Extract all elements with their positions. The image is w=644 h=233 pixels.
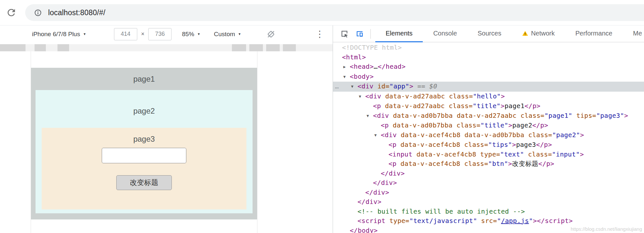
code-line[interactable]: ▼<div data-v-acef4cb8 data-v-ad0b7bba cl… xyxy=(333,130,644,140)
code-token-attr: data-v-ad0b7bba xyxy=(461,131,524,139)
tab-console[interactable]: Console xyxy=(423,25,467,42)
code-line[interactable]: <p data-v-acef4cb8 class="tips">page3</p… xyxy=(333,140,644,150)
code-line[interactable]: </div> xyxy=(333,169,644,178)
code-line[interactable]: <input data-v-acef4cb8 type="text" class… xyxy=(333,150,644,159)
code-line[interactable]: </body> xyxy=(333,226,644,233)
collapse-arrow-icon[interactable]: ▼ xyxy=(351,82,358,92)
code-token-val: "page1" xyxy=(545,112,572,119)
code-token-attr: data-v-ad0b7bba xyxy=(389,121,452,129)
tab-label: Console xyxy=(433,30,457,37)
device-height-input[interactable] xyxy=(148,28,171,40)
code-token-attr: data-v-ad27aabc xyxy=(453,112,516,119)
device-type-select[interactable]: iPhone 6/7/8 Plus ▼ xyxy=(32,31,86,38)
code-token-tag: <div xyxy=(358,82,373,90)
code-token-val: " xyxy=(497,217,501,225)
reload-icon[interactable] xyxy=(6,7,17,18)
code-token-tag: <p xyxy=(389,160,397,167)
dropdown-caret-icon: ▼ xyxy=(238,32,241,36)
code-line[interactable]: ▼<div data-v-ad27aabc class="hello"> xyxy=(333,92,644,102)
code-token-tag: </p> xyxy=(538,160,554,167)
inspect-icon[interactable] xyxy=(340,29,349,38)
code-line[interactable]: </div> xyxy=(333,188,644,198)
device-width-input[interactable] xyxy=(114,28,137,40)
tab-sources[interactable]: Sources xyxy=(467,25,512,42)
code-line[interactable]: <!DOCTYPE html> xyxy=(333,43,644,53)
tab-memory[interactable]: Me xyxy=(623,25,644,42)
code-line[interactable]: ▶<head>…</head> xyxy=(333,62,644,72)
page2-container: page2 page3 改变标题 xyxy=(36,90,253,213)
collapse-arrow-icon[interactable]: ▼ xyxy=(367,111,373,121)
code-line[interactable]: ▼<body> xyxy=(333,72,644,82)
ruler-segment xyxy=(266,44,280,51)
more-options-icon[interactable]: ⋮ xyxy=(315,30,324,39)
code-token-tag: </p> xyxy=(536,141,552,148)
code-line[interactable]: </div> xyxy=(333,197,644,207)
code-token-attr: data-v-acef4cb8 xyxy=(412,150,476,158)
code-token-tag: <input xyxy=(389,150,412,158)
code-token-val: "title" xyxy=(473,102,501,110)
code-token-attr: class= xyxy=(524,150,552,158)
page3-title: page3 xyxy=(42,128,246,143)
device-toolbar-icon[interactable] xyxy=(355,29,364,38)
tab-label: Performance xyxy=(576,30,613,37)
rotate-icon[interactable] xyxy=(266,29,276,39)
code-token-tag: </body> xyxy=(350,227,378,233)
ruler-segment xyxy=(249,44,263,51)
code-token-val: "title" xyxy=(481,121,508,129)
tab-performance[interactable]: Performance xyxy=(565,25,623,42)
code-token-attr: id= xyxy=(373,82,389,90)
browser-toolbar: localhost:8080/#/ xyxy=(0,0,644,25)
code-line[interactable]: <p data-v-ad0b7bba class="title">page2</… xyxy=(333,121,644,130)
device-toolbar: iPhone 6/7/8 Plus ▼ × 85% ▼ Custom ▼ ⋮ xyxy=(0,25,333,43)
collapse-arrow-icon[interactable]: ▼ xyxy=(374,131,381,140)
collapse-arrow-icon[interactable]: ▼ xyxy=(359,92,365,102)
code-token-attr: src= xyxy=(477,217,497,225)
tab-label: Network xyxy=(531,30,555,37)
code-token-val: "app" xyxy=(390,82,410,90)
throttle-label: Custom xyxy=(214,31,235,38)
toolbar-divider xyxy=(370,29,371,39)
code-token-tag: <div xyxy=(365,92,381,100)
code-token-text: page2 xyxy=(512,121,532,129)
code-token-tag: <html> xyxy=(342,53,366,61)
code-token-attr: class= xyxy=(460,160,488,167)
throttle-select[interactable]: Custom ▼ xyxy=(214,31,241,38)
code-line[interactable]: ▼<div data-v-ad0b7bba data-v-ad27aabc cl… xyxy=(333,111,644,121)
code-token-text: 改变标题 xyxy=(512,160,538,167)
code-line[interactable]: …▼<div id="app"> == $0 xyxy=(333,82,644,92)
code-token-flag: == $0 xyxy=(413,82,437,90)
code-token-val: "text" xyxy=(500,150,524,158)
code-token-attr: data-v-ad27aabc xyxy=(381,92,445,100)
node-menu-dots[interactable]: … xyxy=(335,82,339,91)
code-token-attr: type= xyxy=(476,150,500,158)
dropdown-caret-icon: ▼ xyxy=(83,32,86,36)
tab-label: Elements xyxy=(386,30,412,37)
code-token-attr: class= xyxy=(460,141,488,148)
code-token-tag: </head> xyxy=(378,63,405,70)
code-line[interactable]: </div> xyxy=(333,178,644,188)
tab-network[interactable]: Network xyxy=(512,25,565,42)
code-token-tag: </div> xyxy=(381,169,405,177)
ruler-segment xyxy=(35,44,46,51)
code-line[interactable]: <p data-v-acef4cb8 class="btn">改变标题</p> xyxy=(333,159,644,169)
page-info-icon[interactable] xyxy=(34,8,42,17)
code-token-tag: <div xyxy=(381,131,397,139)
code-token-tag: > xyxy=(624,112,628,119)
code-line[interactable]: <p data-v-ad27aabc class="title">page1</… xyxy=(333,101,644,111)
code-token-tag: <div xyxy=(373,112,389,119)
code-token-comment: <!-- built files will be auto injected -… xyxy=(358,208,525,215)
code-line[interactable]: <!-- built files will be auto injected -… xyxy=(333,207,644,217)
tab-elements[interactable]: Elements xyxy=(375,25,423,42)
address-bar[interactable]: localhost:8080/#/ xyxy=(25,4,644,21)
elements-tree[interactable]: <!DOCTYPE html><html>▶<head>…</head>▼<bo… xyxy=(333,42,644,233)
code-line[interactable]: <html> xyxy=(333,53,644,62)
change-title-button[interactable]: 改变标题 xyxy=(116,175,172,190)
code-token-attr: class= xyxy=(445,92,473,100)
page3-text-input[interactable] xyxy=(102,148,186,163)
code-line[interactable]: <script type="text/javascript" src="/app… xyxy=(333,216,644,226)
expand-arrow-icon[interactable]: ▶ xyxy=(343,62,350,72)
zoom-select[interactable]: 85% ▼ xyxy=(182,31,200,38)
code-token-attr: data-v-acef4cb8 xyxy=(397,131,460,139)
code-token-val: "text/javascript" xyxy=(409,217,477,225)
collapse-arrow-icon[interactable]: ▼ xyxy=(343,72,350,82)
